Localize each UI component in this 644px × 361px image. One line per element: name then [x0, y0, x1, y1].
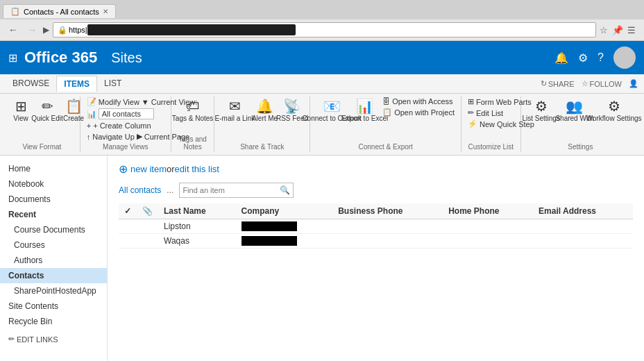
list-controls: All contacts ... 🔍	[119, 183, 633, 198]
sidebar-item-site-contents[interactable]: Site Contents	[0, 299, 107, 314]
pin-icon[interactable]: 📌	[612, 25, 623, 35]
email-link-button[interactable]: ✉ E-mail a Link	[219, 96, 251, 125]
open-project-btn[interactable]: 📋 Open with Project	[380, 107, 457, 117]
rss-icon: 📡	[283, 99, 300, 113]
active-tab[interactable]: 📋 Contacts - All contacts ✕	[3, 4, 116, 18]
tab-title: Contacts - All contacts	[24, 8, 99, 16]
sidebar-item-recycle-bin[interactable]: Recycle Bin	[0, 314, 107, 329]
tab-items[interactable]: ITEMS	[56, 76, 97, 92]
ribbon-group-customize: ⊞ Form Web Parts ✏ Edit List ⚡ New Quick…	[461, 96, 521, 152]
browser-chrome: 📋 Contacts - All contacts ✕ ← → ▶ 🔒 http…	[0, 0, 644, 41]
edit-list-icon: ✏	[468, 108, 474, 117]
row1-company	[236, 219, 333, 234]
row2-home-phone	[443, 234, 533, 249]
col-company-header[interactable]: Company	[236, 203, 333, 219]
col-check-header: ✓	[119, 203, 137, 219]
chevron2-icon: ▶	[137, 132, 142, 141]
sidebar-item-home[interactable]: Home	[0, 161, 107, 176]
col-email-header[interactable]: Email Address	[533, 203, 633, 219]
ribbon-group-view-format: ⊞ View ✏ Quick Edit 📋 Create View Format	[4, 96, 80, 152]
alert-me-button[interactable]: 🔔 Alert Me	[253, 96, 278, 125]
ribbon-items-connect: 📧 Connect to Outlook 📊 Export to Excel 🗄…	[314, 96, 457, 142]
manage-views-label: Manage Views	[85, 142, 167, 152]
menu-icon[interactable]: ☰	[627, 25, 636, 35]
tab-list[interactable]: LIST	[97, 76, 128, 92]
view-icon: ⊞	[15, 99, 27, 113]
follow-label: FOLLOW	[590, 80, 622, 88]
close-icon[interactable]: ✕	[103, 8, 108, 15]
follow-button[interactable]: ☆ FOLLOW	[582, 79, 622, 88]
avatar[interactable]	[613, 47, 636, 69]
url-secure-icon: 🔒	[58, 26, 67, 35]
col-attach-header: 📎	[137, 203, 158, 219]
refresh-button[interactable]: ▶	[43, 25, 49, 35]
list-settings-button[interactable]: ⚙ List Settings	[525, 96, 557, 125]
col-lastname-header[interactable]: Last Name	[158, 203, 236, 219]
row2-check	[119, 234, 137, 249]
all-contacts-tab[interactable]: All contacts	[119, 185, 161, 195]
tab-browse[interactable]: BROWSE	[6, 76, 56, 92]
ribbon-items-tags: 🏷 Tags & Notes	[176, 96, 210, 134]
form-icon: ⊞	[468, 97, 474, 106]
edit-links-button[interactable]: ✏ EDIT LINKS	[0, 332, 107, 346]
help-button[interactable]: ?	[598, 51, 604, 64]
tab-bar: 📋 Contacts - All contacts ✕	[0, 0, 644, 19]
sidebar-item-contacts[interactable]: Contacts	[0, 268, 107, 283]
modify-view-icon: 📝	[87, 97, 96, 106]
open-access-btn[interactable]: 🗄 Open with Access	[380, 96, 457, 106]
settings-button[interactable]: ⚙	[578, 51, 588, 65]
search-input[interactable]	[183, 186, 280, 194]
new-item-link[interactable]: new item	[130, 164, 167, 174]
sidebar-item-documents[interactable]: Documents	[0, 192, 107, 207]
url-bar[interactable]: 🔒 https |	[53, 22, 596, 37]
url-scheme: https	[69, 26, 85, 34]
waffle-icon[interactable]: ⊞	[8, 51, 17, 65]
project-icon: 📋	[382, 108, 392, 117]
person-button[interactable]: 👤	[629, 79, 638, 88]
col-home-phone-header[interactable]: Home Phone	[443, 203, 533, 219]
table-row[interactable]: Lipston	[119, 219, 633, 234]
ribbon-content: ⊞ View ✏ Quick Edit 📋 Create View Format	[0, 94, 644, 155]
shared-icon: 👥	[566, 99, 583, 113]
col-business-phone-header[interactable]: Business Phone	[332, 203, 443, 219]
workflow-settings-button[interactable]: ⚙ Workflow Settings	[592, 96, 636, 125]
row2-lastname: Waqas	[158, 234, 236, 249]
share-button[interactable]: ↻ SHARE	[541, 79, 575, 88]
customize-list-label: Customize List	[466, 142, 516, 152]
more-options-button[interactable]: ...	[167, 185, 173, 195]
row2-company	[236, 234, 333, 249]
favorites-icon[interactable]: ☆	[600, 25, 608, 35]
quick-edit-button[interactable]: ✏ Quick Edit	[35, 96, 60, 125]
row2-email	[533, 234, 633, 249]
refresh-icon: ↻	[541, 79, 547, 88]
forward-button[interactable]: →	[24, 23, 40, 37]
url-hidden-content	[87, 24, 296, 35]
list-settings-icon: ⚙	[535, 99, 548, 113]
alert-icon: 🔔	[256, 99, 273, 113]
access-icon: 🗄	[382, 97, 390, 106]
search-icon[interactable]: 🔍	[280, 185, 290, 195]
notification-button[interactable]: 🔔	[554, 51, 568, 65]
person-icon: 👤	[629, 79, 638, 88]
ribbon-items-settings: ⚙ List Settings 👥 Shared With ⚙ Workflow…	[525, 96, 636, 142]
export-excel-button[interactable]: 📊 Export to Excel	[350, 96, 379, 125]
sidebar-item-notebook[interactable]: Notebook	[0, 176, 107, 192]
contacts-table: ✓ 📎 Last Name Company Business Phone Hom…	[119, 203, 633, 249]
tags-notes-button[interactable]: 🏷 Tags & Notes	[176, 96, 210, 125]
row1-home-phone	[443, 219, 533, 234]
row1-email	[533, 219, 633, 234]
table-row[interactable]: Waqas	[119, 234, 633, 249]
sidebar-item-courses[interactable]: Courses	[0, 237, 107, 253]
view-selector[interactable]: All contacts	[99, 108, 154, 119]
sidebar-item-authors[interactable]: Authors	[0, 253, 107, 268]
table-header-row: ✓ 📎 Last Name Company Business Phone Hom…	[119, 203, 633, 219]
settings-group-label: Settings	[525, 142, 636, 152]
edit-list-link[interactable]: edit this list	[175, 164, 219, 174]
site-title: Sites	[111, 50, 142, 66]
star-icon: ☆	[582, 79, 588, 88]
excel-icon: 📊	[356, 99, 373, 113]
back-button[interactable]: ←	[6, 23, 21, 37]
sidebar-item-sharepoint-hosted[interactable]: SharePointHostedApp	[0, 283, 107, 299]
sidebar-item-course-documents[interactable]: Course Documents	[0, 222, 107, 237]
view-button[interactable]: ⊞ View	[8, 96, 33, 125]
